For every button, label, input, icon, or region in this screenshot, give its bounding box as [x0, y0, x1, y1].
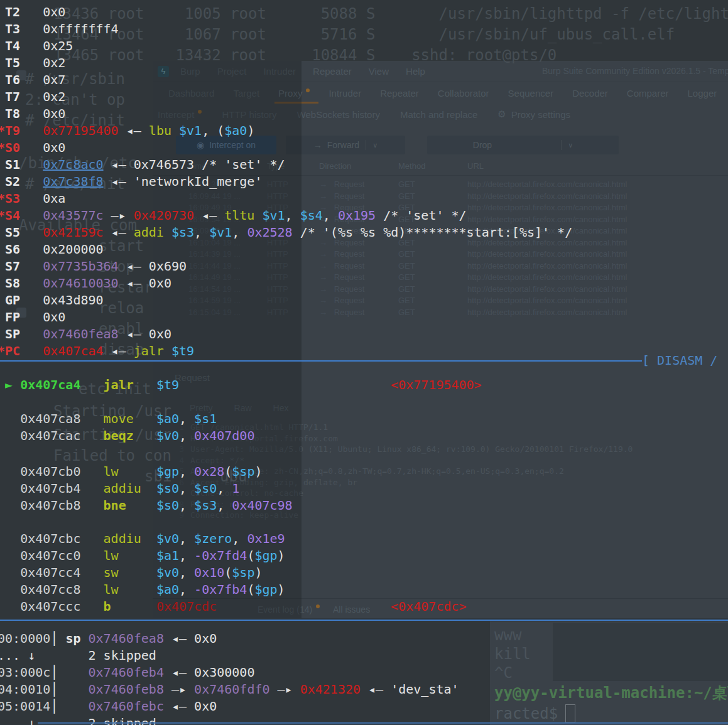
stack-row: 00:0000│ sp 0x7460fea8 ◂— 0x0	[0, 630, 459, 647]
subtab-websockets-history[interactable]: WebSockets history	[297, 109, 380, 120]
cell-method: GET	[398, 226, 415, 235]
cell-url: http://detectportal.firefox.com/canonica…	[467, 296, 627, 305]
column-header-method[interactable]: Method	[398, 161, 425, 171]
notification-dot	[306, 89, 310, 92]
stack-row: 05:0014│ 0x7460febc ◂— 0x0	[0, 698, 459, 715]
stack-row: ↓ 2 skipped	[0, 715, 459, 725]
terminal-output-line: ^C	[494, 664, 513, 682]
cell-direction: → Request	[319, 296, 364, 305]
cell-direction: → Request	[319, 238, 364, 247]
window-icon	[16, 70, 26, 80]
cell-url: http://detectportal.firefox.com/canonica…	[467, 226, 627, 235]
prompt-path: :~/桌面	[685, 684, 728, 702]
terminal-output-line: www	[494, 626, 521, 644]
terminal-overlap-shade	[153, 61, 302, 618]
terminal-text-fragment: 1067 root 5716 S /usr/sbin/uf_ubus_call.…	[166, 26, 675, 43]
terminal-text-fragment: reloa	[99, 299, 144, 317]
cell-method: GET	[398, 238, 415, 247]
shell-prompt: yy@yy-virtual-machine:~/桌面	[494, 684, 728, 702]
stack-row: ... ↓ 2 skipped	[0, 647, 459, 664]
chevron-down-icon[interactable]: ∨	[372, 141, 378, 149]
terminal-text-fragment: 13436 root	[53, 5, 144, 23]
cell-method: GET	[398, 284, 415, 294]
terminal-text-fragment: 1005 root 5088 S /usr/sbin/lighttpd -f /…	[166, 5, 728, 23]
stack-row: 03:000c│ 0x7460feb4 ◂— 0x300000	[0, 664, 459, 681]
tab-comparer[interactable]: Comparer	[627, 88, 669, 99]
cell-direction: → Request	[319, 180, 364, 189]
forward-label: Forward	[327, 140, 359, 150]
forward-button[interactable]: → Forward ∨	[286, 136, 405, 154]
cell-method: GET	[398, 308, 415, 317]
terminal-text-fragment: etc init	[79, 380, 151, 398]
terminal-text-fragment: 13464 root	[53, 26, 144, 43]
cell-url: http://detectportal.firefox.com/canonica…	[467, 284, 627, 294]
gear-icon: ⚙	[497, 109, 506, 120]
all-issues-link[interactable]: All issues	[333, 604, 370, 615]
column-header-direction[interactable]: Direction	[319, 161, 351, 171]
cell-method: GET	[398, 180, 415, 189]
terminal-text-fragment: start	[99, 237, 144, 255]
button-divider	[561, 140, 562, 150]
button-divider	[366, 140, 366, 150]
terminal-text-fragment: enabl	[99, 320, 144, 338]
burp-window-title: Burp Suite Community Edition v2026.1.5 -…	[542, 66, 728, 76]
cell-direction: → Request	[319, 203, 364, 212]
cell-url: http://detectportal.firefox.com/canonica…	[467, 203, 627, 212]
cell-method: GET	[398, 296, 415, 305]
terminal-text-fragment: Available com	[19, 217, 137, 234]
cell-direction: → Request	[319, 261, 364, 271]
cell-method: GET	[398, 249, 415, 259]
terminal-text-fragment: # /etc/init	[25, 112, 125, 129]
prompt-wrapped-text: racted$	[494, 705, 558, 722]
tab-collaborator[interactable]: Collaborator	[438, 88, 489, 99]
menu-item-help[interactable]: Help	[406, 66, 425, 77]
tab-decoder[interactable]: Decoder	[572, 88, 608, 99]
cell-direction: → Request	[319, 249, 364, 259]
cell-url: http://detectportal.firefox.com/canonica…	[467, 180, 627, 189]
terminal-text-fragment: disab	[99, 341, 144, 358]
cell-method: GET	[398, 272, 415, 282]
subtab-proxy-settings[interactable]: Proxy settings	[511, 109, 570, 120]
tab-logger[interactable]: Logger	[688, 88, 717, 99]
prompt-user-host: yy@yy-virtual-machine	[494, 684, 685, 702]
register-row: T2 0x0	[0, 4, 572, 21]
terminal-cursor	[565, 704, 575, 723]
stack-panel: 00:0000│ sp 0x7460fea8 ◂— 0x0... ↓ 2 ski…	[0, 630, 459, 725]
cell-method: GET	[398, 215, 415, 224]
terminal-text-fragment: stop	[99, 258, 135, 276]
register-row: T3 0xfffffff4	[0, 21, 572, 38]
tab-repeater[interactable]: Repeater	[380, 88, 419, 99]
cell-url: http://detectportal.firefox.com/canonica…	[467, 272, 627, 282]
terminal-text-fragment: 13465 root	[53, 46, 144, 64]
stack-row: 04:0010│ 0x7460feb8 —▸ 0x7460fdf0 —▸ 0x4…	[0, 681, 459, 698]
cell-url: http://detectportal.firefox.com/canonica…	[467, 191, 627, 201]
tab-intruder[interactable]: Intruder	[329, 88, 361, 99]
stack-separator-line	[0, 620, 728, 621]
drop-button[interactable]: Drop ∨	[427, 136, 619, 154]
terminal-text-fragment: restar	[99, 279, 153, 296]
cell-direction: → Request	[319, 272, 364, 282]
cell-url: http://detectportal.firefox.com/canonica…	[467, 215, 627, 224]
cell-method: GET	[398, 261, 415, 271]
column-header-url[interactable]: URL	[467, 161, 484, 171]
terminal-text-fragment: /bin/sh: /etc	[19, 154, 137, 172]
cell-direction: → Request	[319, 308, 364, 317]
cell-direction: → Request	[319, 284, 364, 294]
menu-item-view[interactable]: View	[369, 66, 389, 77]
subtab-match-and-replace[interactable]: Match and replace	[400, 109, 477, 120]
menu-item-repeater[interactable]: Repeater	[313, 66, 352, 77]
register-row: T4 0x25	[0, 38, 572, 55]
cell-url: http://detectportal.firefox.com/canonica…	[467, 261, 627, 271]
forward-arrow-icon: →	[313, 140, 322, 150]
terminal-output-line: kill	[494, 645, 531, 663]
screen: ϟ BurpProjectIntruderRepeaterViewHelp Bu…	[0, 0, 728, 725]
cell-url: http://detectportal.firefox.com/canonica…	[467, 238, 627, 247]
tab-sequencer[interactable]: Sequencer	[508, 88, 554, 99]
chevron-down-icon[interactable]: ∨	[568, 141, 573, 149]
terminal-text-fragment: 2: can't op	[25, 91, 125, 109]
cell-direction: → Request	[319, 215, 364, 224]
background-terminal-window: wwwkill^C yy@yy-virtual-machine:~/桌面 rac…	[490, 621, 728, 725]
cell-method: GET	[398, 191, 415, 201]
window-icon	[16, 308, 26, 318]
cell-direction: → Request	[319, 191, 364, 201]
